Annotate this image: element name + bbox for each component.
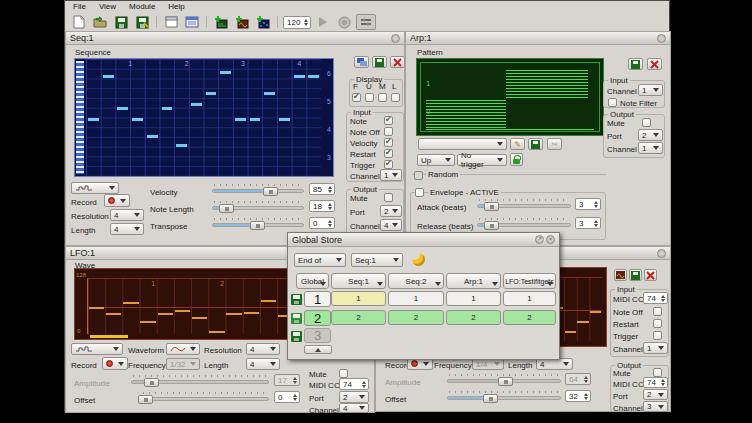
seq-note[interactable] — [294, 75, 305, 78]
seq-display-l-checkbox[interactable] — [391, 93, 400, 102]
arp-output-channel-combo[interactable]: 1 — [638, 142, 663, 154]
lfo-step[interactable] — [192, 317, 207, 319]
lfo-step[interactable] — [106, 313, 121, 315]
jack-transport-toggle[interactable] — [356, 14, 376, 30]
lfo2-output-cc-spinbox[interactable]: 74 — [643, 377, 668, 388]
seq-note[interactable] — [279, 118, 290, 121]
lfo-step[interactable] — [123, 302, 138, 304]
arp-trigger-combo[interactable]: No trigger — [457, 154, 507, 166]
seq-display-m-checkbox[interactable] — [378, 93, 387, 102]
seq-rename-module-button[interactable] — [372, 56, 387, 68]
seq-note[interactable] — [103, 75, 114, 78]
midi-clock-button[interactable] — [335, 14, 353, 30]
arp-delete-pattern-button[interactable]: ✂ — [547, 138, 562, 150]
store-cell[interactable]: 1 — [503, 291, 556, 306]
dialog-close-icon[interactable]: × — [546, 235, 555, 244]
lfo2-input-trigger-checkbox[interactable] — [653, 331, 662, 340]
seq-note[interactable] — [162, 107, 173, 110]
lfo-step[interactable] — [590, 311, 601, 313]
seq-input-channel-combo[interactable]: 1 — [380, 169, 402, 181]
store-cell[interactable]: 2 — [503, 310, 556, 325]
open-file-button[interactable] — [91, 14, 109, 30]
store-row2-save-icon[interactable] — [291, 313, 302, 324]
lfo-step[interactable] — [565, 331, 576, 333]
add-arp-button[interactable] — [212, 14, 230, 30]
lfo2-offset-spinbox[interactable]: 32 — [565, 390, 591, 402]
seq-note[interactable] — [235, 118, 246, 121]
store-row3-save-icon[interactable] — [291, 331, 302, 342]
lfo1-amplitude-slider[interactable] — [131, 375, 269, 387]
lfo1-length-combo[interactable]: 4 — [246, 358, 280, 370]
seq-notelength-spinbox[interactable]: 18 — [309, 200, 335, 212]
arp-store-pattern-button[interactable] — [528, 138, 543, 150]
new-window-button[interactable] — [162, 14, 180, 30]
store-row1-save-icon[interactable] — [291, 294, 302, 305]
lfo2-input-cc-spinbox[interactable]: 74 — [643, 292, 668, 304]
seq-note[interactable] — [132, 118, 143, 121]
new-file-button[interactable] — [70, 14, 88, 30]
save-file-button[interactable] — [112, 14, 130, 30]
lfo2-amplitude-slider[interactable] — [447, 374, 561, 386]
seq-output-mute-checkbox[interactable] — [384, 193, 393, 202]
lfo1-offset-spinbox[interactable]: 0 — [274, 391, 300, 403]
lfo-step[interactable] — [577, 321, 588, 323]
seq-output-port-combo[interactable]: 2 — [380, 205, 402, 217]
arp-envelope-checkbox[interactable] — [415, 188, 424, 197]
arp-latch-button[interactable] — [510, 153, 523, 166]
store-cell[interactable]: 2 — [331, 310, 386, 325]
store-cell[interactable]: 1 — [388, 291, 444, 306]
seq-input-restart-checkbox[interactable] — [384, 149, 393, 158]
store-column-lfo[interactable]: LFO:Testifitgets — [503, 273, 556, 289]
seq-velocity-spinbox[interactable]: 85 — [309, 183, 335, 195]
save-file-as-button[interactable] — [133, 14, 151, 30]
seq-output-channel-combo[interactable]: 4 — [380, 219, 402, 231]
arp-float-icon[interactable] — [657, 34, 666, 43]
lfo-step[interactable] — [89, 307, 104, 309]
arp-attack-spinbox[interactable]: 3 — [575, 198, 601, 210]
arp-input-channel-combo[interactable]: 1 — [638, 84, 663, 96]
seq-input-trigger-checkbox[interactable] — [384, 160, 393, 169]
seq-transpose-slider[interactable] — [212, 218, 304, 230]
lfo1-offset-slider[interactable] — [141, 392, 269, 404]
lfo-step[interactable] — [158, 313, 173, 315]
lfo2-float-icon[interactable] — [657, 249, 666, 258]
lfo1-amplitude-spinbox[interactable]: 17 — [274, 374, 300, 386]
lfo1-output-channel-combo[interactable]: 4 — [339, 403, 369, 413]
seq-note[interactable] — [176, 144, 187, 147]
add-lfo-button[interactable] — [233, 14, 251, 30]
lfo1-output-mute-checkbox[interactable] — [339, 369, 348, 378]
seq-display-f-checkbox[interactable] — [352, 93, 361, 102]
arp-pattern-combo[interactable] — [418, 138, 507, 150]
menu-help[interactable]: Help — [168, 2, 184, 12]
lfo-step[interactable] — [209, 331, 224, 333]
arp-delete-module-button[interactable] — [647, 58, 662, 70]
lfo-step[interactable] — [226, 313, 241, 315]
lfo1-frequency-combo[interactable]: 1/32 — [166, 358, 200, 370]
seq-duplicate-module-button[interactable] — [354, 56, 369, 68]
menu-file[interactable]: File — [73, 2, 86, 12]
store-column-arp1[interactable]: Arp:1 — [446, 273, 501, 289]
arp-random-checkbox[interactable] — [414, 171, 423, 180]
lfo-step[interactable] — [140, 321, 155, 323]
play-button[interactable] — [314, 14, 332, 30]
seq-wave-preset-combo[interactable] — [71, 182, 119, 194]
lfo1-wave-preset-combo[interactable] — [71, 343, 123, 355]
menu-module[interactable]: Module — [129, 2, 155, 12]
seq-record-button[interactable] — [104, 194, 130, 207]
store-cell[interactable]: 1 — [331, 291, 386, 306]
lfo1-resolution-combo[interactable]: 4 — [246, 343, 280, 355]
store-column-seq2[interactable]: Seq:2 — [388, 273, 444, 289]
lfo2-output-channel-combo[interactable]: 3 — [643, 401, 668, 412]
store-cell[interactable]: 2 — [446, 310, 501, 325]
tempo-spinbox[interactable]: 120 — [283, 16, 311, 29]
seq-note[interactable] — [147, 135, 158, 138]
seq-input-velocity-checkbox[interactable] — [384, 138, 393, 147]
lfo-step[interactable] — [244, 312, 259, 314]
seq-note[interactable] — [264, 92, 275, 95]
seq-note[interactable] — [250, 118, 261, 121]
seq-note[interactable] — [308, 75, 319, 78]
seq-velocity-slider[interactable] — [212, 184, 304, 196]
lfo1-waveform-combo[interactable] — [166, 343, 200, 355]
seq-note[interactable] — [191, 103, 202, 106]
arp-release-slider[interactable] — [477, 218, 571, 230]
